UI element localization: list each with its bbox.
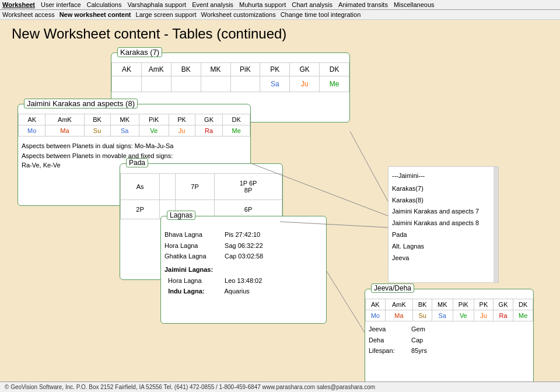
sub-menu-bar[interactable]: Worksheet access New worksheet content L… bbox=[0, 10, 560, 20]
jeeva-card: Jeeva/Deha AK AmK BK MK PiK PK GK DK Mo … bbox=[365, 289, 534, 391]
submenu-new-worksheet[interactable]: New worksheet content bbox=[60, 11, 131, 18]
jaimini-lagnas-section: Jaimini Lagnas: Hora Lagna Leo 13:48:02 … bbox=[164, 264, 323, 297]
jeeva-row: Jeeva Gem bbox=[369, 324, 530, 335]
menu-animated-transits[interactable]: Animated transits bbox=[338, 1, 388, 8]
submenu-customizations[interactable]: Worksheet customizations bbox=[201, 11, 275, 18]
footer-text: © GeoVision Software, Inc. P.O. Box 2152… bbox=[5, 384, 375, 390]
footer: © GeoVision Software, Inc. P.O. Box 2152… bbox=[0, 382, 560, 392]
side-list-item-1[interactable]: Karakas(7) bbox=[392, 183, 495, 195]
scrollbar[interactable] bbox=[494, 167, 498, 282]
menu-user-interface[interactable]: User interface bbox=[41, 1, 80, 8]
content-area: Karakas (7) AK AmK BK MK PiK PK GK DK Sa… bbox=[0, 47, 560, 373]
jaimini8-table: AK AmK BK MK PiK PK GK DK Mo Ma Su Sa Ve… bbox=[18, 114, 250, 136]
side-list-item-4[interactable]: Jaimini Karakas and aspects 8 bbox=[392, 218, 495, 229]
indu-lagna-row: Indu Lagna: Aquarius bbox=[164, 286, 323, 297]
jaimini8-data-row: Mo Ma Su Sa Ve Ju Ra Me bbox=[19, 125, 250, 136]
page-title: New Worksheet content - Tables (continue… bbox=[0, 20, 560, 47]
side-list-item-2[interactable]: Karakas(8) bbox=[392, 195, 495, 206]
side-list-item-6[interactable]: Alt. Lagnas bbox=[392, 241, 495, 253]
jeeva-header-row: AK AmK BK MK PiK PK GK DK bbox=[366, 299, 533, 310]
submenu-worksheet-access[interactable]: Worksheet access bbox=[2, 11, 55, 18]
lagnas-card: Lagnas Bhava Lagna Pis 27:42:10 Hora Lag… bbox=[160, 216, 327, 324]
menu-muhurta[interactable]: Muhurta support bbox=[239, 1, 286, 8]
menu-worksheet[interactable]: Worksheet bbox=[2, 1, 35, 8]
menu-calculations[interactable]: Calculations bbox=[87, 1, 122, 8]
k7-col-pik: PiK bbox=[230, 63, 260, 76]
pada-row1: As 7P 1P 6P8P bbox=[121, 174, 282, 200]
jaimini8-header-row: AK AmK BK MK PiK PK GK DK bbox=[19, 114, 250, 125]
submenu-large-screen[interactable]: Large screen support bbox=[136, 11, 197, 18]
k7-col-amk: AmK bbox=[141, 63, 171, 76]
ghatika-lagna-row: Ghatika Lagna Cap 03:02:58 bbox=[164, 251, 323, 262]
menu-chart-analysis[interactable]: Chart analysis bbox=[292, 1, 332, 8]
submenu-change-time[interactable]: Change time tool integration bbox=[281, 11, 361, 18]
side-list-header: ---Jaimini--- bbox=[392, 170, 495, 182]
svg-line-0 bbox=[350, 131, 388, 201]
karakas7-header-row: AK AmK BK MK PiK PK GK DK bbox=[112, 63, 349, 76]
lagnas-content: Bhava Lagna Pis 27:42:10 Hora Lagna Sag … bbox=[161, 226, 326, 300]
menu-bar[interactable]: Worksheet User interface Calculations Va… bbox=[0, 0, 560, 10]
k7-col-gk: GK bbox=[290, 63, 320, 76]
side-list-item-3[interactable]: Jaimini Karakas and aspects 7 bbox=[392, 206, 495, 218]
menu-varshaphala[interactable]: Varshaphala support bbox=[127, 1, 186, 8]
side-list-item-7[interactable]: Jeeva bbox=[392, 253, 495, 264]
karakas7-title: Karakas (7) bbox=[117, 47, 162, 57]
jeeva-data-row: Mo Ma Su Sa Ve Ju Ra Me bbox=[366, 310, 533, 321]
k7-col-mk: MK bbox=[201, 63, 230, 76]
side-list: ---Jaimini--- Karakas(7) Karakas(8) Jaim… bbox=[388, 166, 499, 283]
bhava-lagna-row: Bhava Lagna Pis 27:42:10 bbox=[164, 229, 323, 240]
hora-lagna-row: Hora Lagna Sag 06:32:22 bbox=[164, 240, 323, 251]
karakas7-table: AK AmK BK MK PiK PK GK DK Sa Ju Me bbox=[111, 62, 349, 92]
menu-event-analysis[interactable]: Event analysis bbox=[192, 1, 233, 8]
side-list-item-5[interactable]: Pada bbox=[392, 229, 495, 241]
lifespan-row: Lifespan: 85yrs bbox=[369, 345, 530, 356]
k7-col-dk: DK bbox=[320, 63, 349, 76]
jeeva-title: Jeeva/Deha bbox=[371, 284, 414, 293]
jeeva-table: AK AmK BK MK PiK PK GK DK Mo Ma Su Sa Ve… bbox=[365, 299, 533, 321]
jaimini8-title: Jaimini Karakas and aspects (8) bbox=[24, 99, 138, 108]
lagnas-title: Lagnas bbox=[167, 211, 195, 220]
k7-col-ak: AK bbox=[112, 63, 142, 76]
deha-row: Deha Cap bbox=[369, 335, 530, 346]
k7-col-pk: PK bbox=[260, 63, 290, 76]
karakas7-data-row: Sa Ju Me bbox=[112, 76, 349, 92]
jaimini-hora-row: Hora Lagna Leo 13:48:02 bbox=[164, 275, 323, 286]
jeeva-bottom: Jeeva Gem Deha Cap Lifespan: 85yrs bbox=[365, 321, 533, 359]
menu-miscellaneous[interactable]: Miscellaneous bbox=[394, 1, 435, 8]
pada-title: Pada bbox=[126, 158, 148, 167]
svg-line-3 bbox=[327, 271, 365, 332]
k7-col-bk: BK bbox=[171, 63, 201, 76]
pada-table: As 7P 1P 6P8P 2P 6P bbox=[120, 173, 282, 219]
